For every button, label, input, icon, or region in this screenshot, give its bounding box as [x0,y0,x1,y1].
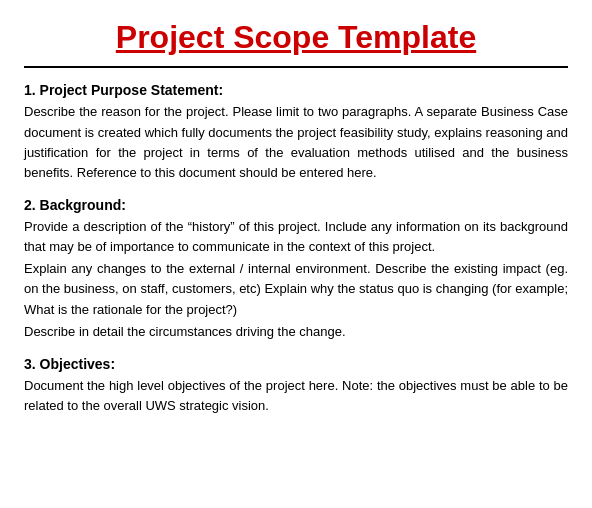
page-title: Project Scope Template [24,18,568,56]
section-3: 3. Objectives:Document the high level ob… [24,356,568,416]
section-2-para-1: Explain any changes to the external / in… [24,259,568,319]
section-2-para-2: Describe in detail the circumstances dri… [24,322,568,342]
section-1-para-0: Describe the reason for the project. Ple… [24,102,568,183]
section-1-body: Describe the reason for the project. Ple… [24,102,568,183]
section-3-heading: 3. Objectives: [24,356,568,372]
title-section: Project Scope Template [24,18,568,68]
section-1-heading: 1. Project Purpose Statement: [24,82,568,98]
section-1: 1. Project Purpose Statement:Describe th… [24,82,568,183]
sections-container: 1. Project Purpose Statement:Describe th… [24,82,568,416]
section-2-body: Provide a description of the “history” o… [24,217,568,342]
section-2-para-0: Provide a description of the “history” o… [24,217,568,257]
section-2: 2. Background:Provide a description of t… [24,197,568,342]
section-2-heading: 2. Background: [24,197,568,213]
section-3-body: Document the high level objectives of th… [24,376,568,416]
section-3-para-0: Document the high level objectives of th… [24,376,568,416]
